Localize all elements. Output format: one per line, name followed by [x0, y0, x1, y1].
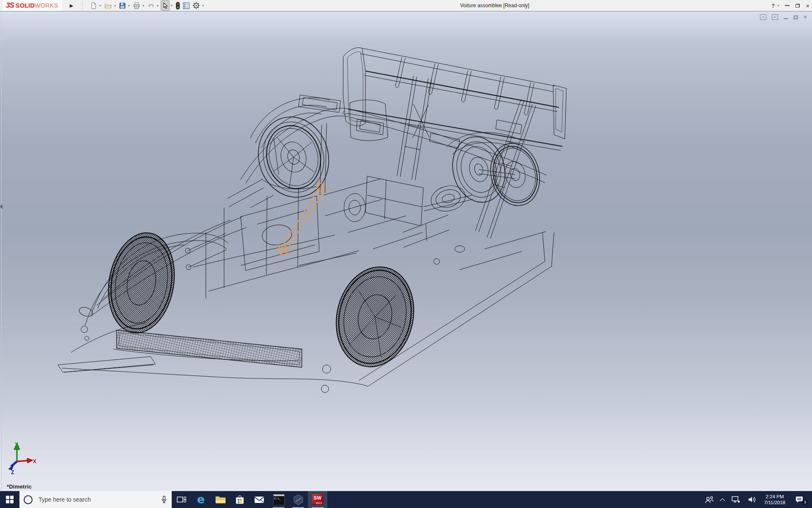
taskbar-app-solidworks[interactable]: SW 2017 — [308, 491, 327, 508]
select-cursor-button[interactable] — [161, 0, 170, 11]
solidworks-icon-label: SW — [312, 495, 323, 500]
dassault-3s-logo-icon: 3S — [6, 1, 14, 10]
solidworks-logo: 3S SOLIDWORKS — [3, 0, 62, 11]
axis-z-label: Z — [11, 469, 14, 474]
taskbar-clock[interactable]: 2:24 PM 7/11/2018 — [760, 494, 790, 505]
window-title: Voiture assomblee [Read-only] — [460, 0, 529, 11]
taskbar-app-hexagon[interactable] — [288, 491, 308, 508]
save-caret-icon[interactable]: ▾ — [128, 4, 130, 8]
open-caret-icon[interactable]: ▾ — [114, 4, 116, 8]
taskbar-app-mail[interactable] — [250, 491, 269, 508]
undo-arrow-icon — [147, 2, 155, 9]
notification-badge: 3 — [802, 499, 808, 505]
print-caret-icon[interactable]: ▾ — [143, 4, 144, 8]
search-input[interactable] — [38, 496, 156, 503]
reference-triad: Y X Z — [6, 441, 36, 474]
menu-flyout-arrow-icon[interactable]: ▶ — [68, 0, 75, 11]
graphics-viewport[interactable]: ◄ ► × — [0, 11, 812, 491]
file-properties-button[interactable] — [182, 1, 191, 10]
quick-access-toolbar: ▾ ▾ ▾ ▾ — [89, 0, 206, 11]
volume-button[interactable] — [744, 491, 760, 508]
windows-taskbar: e C:\_ — [0, 491, 812, 508]
start-button[interactable] — [0, 491, 19, 508]
file-properties-icon — [183, 2, 190, 9]
network-icon — [731, 496, 741, 503]
titlebar: 3S SOLIDWORKS ▶ ▾ ▾ ▾ — [0, 0, 812, 11]
taskbar-search[interactable] — [19, 491, 172, 508]
edge-icon: e — [197, 494, 205, 505]
options-caret-icon[interactable]: ▾ — [202, 4, 204, 8]
new-caret-icon[interactable]: ▾ — [99, 4, 101, 8]
print-icon — [133, 2, 140, 9]
help-caret-icon[interactable]: ▾ — [777, 4, 779, 8]
undo-button[interactable] — [146, 1, 156, 10]
taskbar-app-file-explorer[interactable] — [211, 491, 230, 508]
system-tray: 2:24 PM 7/11/2018 3 — [701, 491, 812, 508]
taskbar-app-store[interactable] — [230, 491, 250, 508]
toolbar-separator — [82, 1, 82, 10]
minimize-button[interactable] — [785, 5, 790, 6]
gear-icon — [192, 2, 200, 9]
new-document-button[interactable] — [89, 1, 98, 10]
document-minimize-button[interactable] — [784, 18, 788, 19]
command-prompt-label: C:\_ — [274, 497, 282, 500]
speaker-icon — [747, 496, 757, 503]
brand-solid: SOLID — [16, 2, 35, 9]
mail-icon — [254, 495, 265, 504]
undo-caret-icon[interactable]: ▾ — [157, 4, 159, 8]
hexagon-app-icon — [293, 494, 304, 505]
microphone-icon[interactable] — [161, 496, 167, 503]
brand-works: WORKS — [35, 2, 58, 9]
selected-edge-pushrod[interactable] — [278, 182, 324, 255]
microsoft-store-icon — [234, 494, 245, 505]
new-document-icon — [90, 2, 97, 9]
cortana-icon[interactable] — [24, 495, 33, 504]
select-cursor-icon — [162, 2, 168, 9]
axis-y-label: Y — [15, 442, 18, 447]
clock-date: 7/11/2018 — [764, 500, 785, 505]
help-button[interactable]: ? — [771, 3, 775, 9]
pane-next-button[interactable]: ► — [772, 14, 778, 20]
select-caret-icon[interactable]: ▾ — [171, 4, 173, 8]
document-window-controls: ◄ ► × — [760, 14, 807, 20]
document-restore-button[interactable] — [793, 15, 798, 19]
chevron-up-icon — [720, 498, 725, 503]
axis-x-label: X — [33, 458, 36, 464]
solidworks-2017-icon: SW 2017 — [312, 494, 323, 505]
action-center-button[interactable]: 3 — [790, 491, 809, 508]
save-button[interactable] — [118, 1, 127, 10]
pane-previous-button[interactable]: ◄ — [760, 14, 766, 20]
tray-overflow-button[interactable] — [717, 491, 728, 508]
network-button[interactable] — [728, 491, 744, 508]
command-prompt-icon: C:\_ — [273, 494, 285, 505]
windows-logo-icon — [6, 496, 14, 503]
open-button[interactable] — [103, 1, 113, 10]
print-button[interactable] — [132, 1, 141, 10]
task-view-button[interactable] — [172, 491, 191, 508]
solidworks-icon-year: 2017 — [315, 502, 322, 505]
close-button[interactable]: × — [806, 3, 809, 9]
rebuild-button[interactable] — [175, 1, 181, 10]
options-button[interactable] — [192, 1, 201, 10]
document-close-button[interactable]: × — [804, 14, 807, 20]
people-icon — [705, 495, 714, 504]
traffic-light-icon — [176, 2, 180, 10]
clock-time: 2:24 PM — [765, 494, 784, 500]
taskbar-app-edge[interactable]: e — [191, 491, 211, 508]
open-folder-icon — [104, 2, 112, 9]
people-button[interactable] — [701, 491, 717, 508]
taskbar-app-command-prompt[interactable]: C:\_ — [269, 491, 288, 508]
wireframe-car-model[interactable] — [0, 11, 812, 491]
file-explorer-icon — [215, 494, 226, 505]
window-controls: ? ▾ × — [771, 0, 809, 11]
save-floppy-icon — [119, 2, 126, 9]
restore-button[interactable] — [796, 4, 800, 8]
view-orientation-label: *Dimetric — [7, 483, 32, 490]
task-view-icon — [176, 494, 187, 505]
